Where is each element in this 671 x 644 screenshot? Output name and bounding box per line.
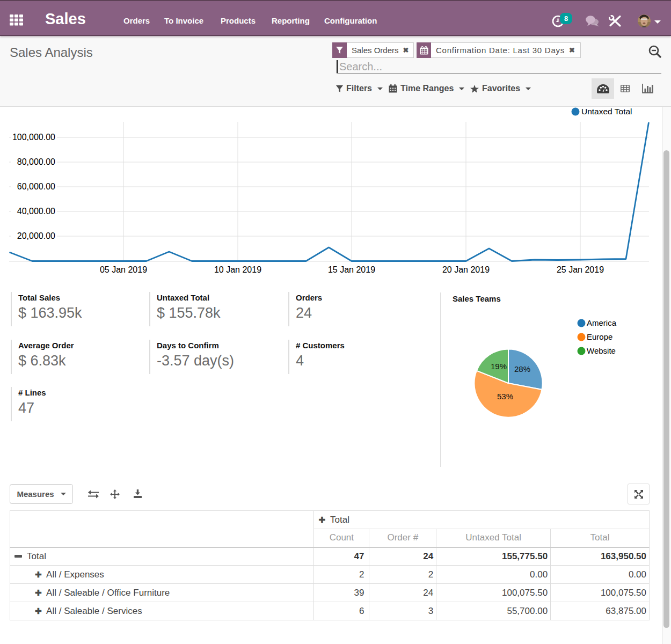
svg-text:100,000.00: 100,000.00 [12,133,55,142]
svg-text:Untaxed Total: Untaxed Total [581,107,632,116]
svg-text:Website: Website [587,346,616,355]
svg-text:25 Jan 2019: 25 Jan 2019 [557,265,604,274]
svg-text:15 Jan 2019: 15 Jan 2019 [328,265,375,274]
svg-text:20,000.00: 20,000.00 [17,231,55,240]
svg-text:80,000.00: 80,000.00 [17,157,55,166]
svg-text:America: America [587,319,617,327]
svg-text:53%: 53% [497,392,513,401]
svg-text:60,000.00: 60,000.00 [17,182,55,191]
svg-text:19%: 19% [491,362,507,371]
svg-text:20 Jan 2019: 20 Jan 2019 [442,265,490,274]
svg-text:40,000.00: 40,000.00 [17,207,55,216]
svg-text:Europe: Europe [587,332,612,341]
svg-text:05 Jan 2019: 05 Jan 2019 [100,265,147,274]
svg-text:28%: 28% [514,364,530,374]
svg-text:10 Jan 2019: 10 Jan 2019 [214,265,261,274]
